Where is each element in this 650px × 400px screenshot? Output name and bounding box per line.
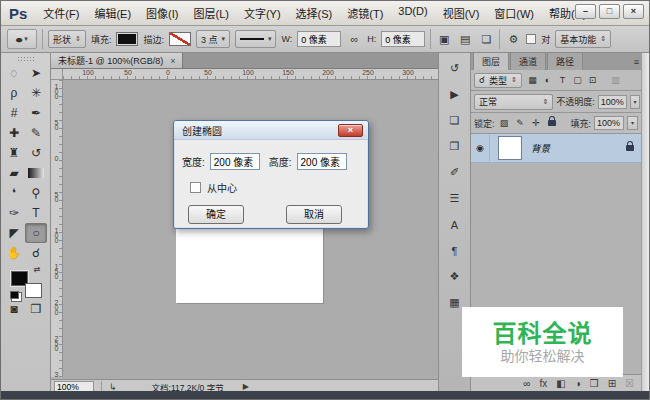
default-colors-icon[interactable]: [10, 291, 19, 299]
tab-paths[interactable]: 路径: [547, 52, 583, 70]
close-button[interactable]: ×: [623, 4, 644, 19]
path-alignment-icon[interactable]: ▤: [457, 33, 473, 46]
menu-item[interactable]: 文字(Y): [244, 5, 281, 21]
delete-layer-icon[interactable]: ☒: [625, 378, 634, 389]
dodge-tool-icon[interactable]: ⚲: [25, 183, 47, 203]
zoom-tool-icon[interactable]: ☌: [25, 243, 47, 263]
minimize-button[interactable]: –: [575, 4, 596, 19]
tab-layers[interactable]: 图层: [473, 52, 509, 70]
menu-item[interactable]: 图像(I): [146, 5, 178, 21]
screen-mode-icon[interactable]: ❐: [25, 299, 47, 319]
type-tool-icon[interactable]: T: [25, 203, 47, 223]
from-center-checkbox[interactable]: [190, 182, 201, 193]
dialog-height-input[interactable]: [297, 153, 347, 170]
filter-toggle-icon[interactable]: ▥: [608, 75, 623, 85]
swatches-panel-icon[interactable]: ❖: [443, 267, 467, 286]
menu-item[interactable]: 文件(F): [43, 5, 79, 21]
filter-pixel-layers-icon[interactable]: ▦: [525, 75, 540, 85]
stroke-width-select[interactable]: 3 点 ▾: [196, 30, 230, 48]
menu-item[interactable]: 滤镜(T): [347, 5, 383, 21]
shape-height-input[interactable]: [381, 31, 425, 47]
menu-item[interactable]: 选择(S): [296, 5, 333, 21]
lasso-tool-icon[interactable]: ρ: [3, 83, 25, 103]
fill-value[interactable]: 100%: [594, 116, 624, 130]
paragraph-panel-icon[interactable]: ¶: [443, 241, 467, 260]
filter-adjustment-layers-icon[interactable]: ◐: [540, 75, 555, 85]
adjustment-layer-icon[interactable]: ◑: [575, 378, 581, 389]
fill-swatch[interactable]: [116, 32, 138, 46]
layer-visibility-toggle[interactable]: ◉: [471, 134, 490, 162]
pen-tool-icon[interactable]: ✑: [3, 203, 25, 223]
filter-smart-objects-icon[interactable]: ⊡: [585, 75, 600, 85]
shape-mode-select[interactable]: 形状 ⇕: [48, 30, 86, 48]
stroke-type-select[interactable]: ▾: [235, 30, 277, 48]
marquee-tool-icon[interactable]: ◌: [3, 63, 25, 83]
brush-tool-icon[interactable]: ✎: [25, 123, 47, 143]
filter-shape-layers-icon[interactable]: ▢: [570, 75, 585, 85]
chevron-down-icon[interactable]: ▾: [630, 95, 640, 109]
clone-stamp-tool-icon[interactable]: ♜: [3, 143, 25, 163]
brush-panel-icon[interactable]: ✐: [443, 163, 467, 182]
quick-mask-icon[interactable]: ◙: [3, 299, 25, 319]
ok-button[interactable]: 确定: [188, 205, 244, 224]
swap-colors-icon[interactable]: ⇄: [34, 265, 41, 274]
lock-paint-icon[interactable]: ✎: [514, 118, 527, 128]
gradient-tool-icon[interactable]: [25, 163, 47, 183]
healing-brush-tool-icon[interactable]: ✚: [3, 123, 25, 143]
tab-close-icon[interactable]: ×: [170, 56, 175, 66]
align-edges-checkbox[interactable]: [526, 34, 536, 44]
lock-transparency-icon[interactable]: ▨: [498, 118, 511, 128]
layer-style-icon[interactable]: fx: [539, 378, 547, 389]
filter-type-layers-icon[interactable]: T: [555, 75, 570, 85]
hand-tool-icon[interactable]: ✋: [3, 243, 25, 263]
chevron-down-icon[interactable]: ▾: [627, 116, 638, 130]
workspace-select[interactable]: 基本功能 ⇕: [555, 30, 611, 48]
actions-panel-icon[interactable]: ▶: [443, 85, 467, 104]
shape-width-input[interactable]: [297, 31, 341, 47]
lock-all-icon[interactable]: [546, 118, 559, 128]
path-arrange-icon[interactable]: ❏: [478, 33, 494, 46]
eyedropper-tool-icon[interactable]: ✒: [25, 103, 47, 123]
eraser-tool-icon[interactable]: ▰: [3, 163, 25, 183]
layer-group-icon[interactable]: ❒: [590, 378, 599, 389]
history-panel-icon[interactable]: ↺: [443, 59, 467, 78]
clone-source-panel-icon[interactable]: ❏: [443, 111, 467, 130]
link-dimensions-icon[interactable]: ∞: [346, 33, 362, 45]
panel-grip[interactable]: [17, 56, 34, 61]
opacity-value[interactable]: 100%: [598, 95, 627, 109]
blend-mode-select[interactable]: 正常 ⇕: [474, 94, 553, 110]
move-tool-icon[interactable]: ➤: [25, 63, 47, 83]
maximize-button[interactable]: □: [599, 4, 620, 19]
menu-item[interactable]: 3D(D): [398, 5, 427, 21]
dialog-title-bar[interactable]: 创建椭圆 ×: [174, 121, 368, 140]
lock-move-icon[interactable]: ✛: [530, 118, 543, 128]
layer-thumbnail[interactable]: [498, 136, 522, 160]
crop-tool-icon[interactable]: #: [3, 103, 25, 123]
menu-item[interactable]: 窗口(W): [494, 5, 534, 21]
background-color-swatch[interactable]: [25, 283, 42, 298]
path-operations-icon[interactable]: ▣: [436, 33, 452, 46]
filter-kind-select[interactable]: ☌ 类型 ⇕: [474, 73, 522, 88]
layer-mask-icon[interactable]: ◧: [556, 378, 565, 389]
tool-preset-picker[interactable]: ● ▾: [7, 29, 37, 49]
new-layer-icon[interactable]: ⊞: [608, 378, 616, 389]
brush-presets-panel-icon[interactable]: ☰: [443, 189, 467, 208]
document-tab[interactable]: 未标题-1 @ 100%(RGB/8) ×: [51, 53, 183, 68]
magic-wand-tool-icon[interactable]: ✳: [25, 83, 47, 103]
stroke-swatch[interactable]: [169, 32, 191, 46]
ellipse-tool-icon[interactable]: ○: [25, 223, 47, 243]
character-panel-icon[interactable]: A: [443, 215, 467, 234]
blur-tool-icon[interactable]: ❛: [3, 183, 25, 203]
link-layers-icon[interactable]: ∞: [523, 378, 530, 389]
panel-menu-icon[interactable]: ≡: [634, 57, 639, 67]
status-options-arrow-icon[interactable]: ▶: [243, 382, 249, 391]
dialog-close-button[interactable]: ×: [338, 124, 363, 137]
menu-item[interactable]: 编辑(E): [94, 5, 131, 21]
menu-item[interactable]: 图层(L): [193, 5, 228, 21]
styles-panel-icon[interactable]: ❐: [443, 137, 467, 156]
gear-icon[interactable]: ⚙: [505, 33, 521, 46]
tab-channels[interactable]: 通道: [510, 52, 546, 70]
history-brush-tool-icon[interactable]: ↺: [25, 143, 47, 163]
cancel-button[interactable]: 取消: [286, 205, 342, 224]
path-selection-tool-icon[interactable]: ◤: [3, 223, 25, 243]
